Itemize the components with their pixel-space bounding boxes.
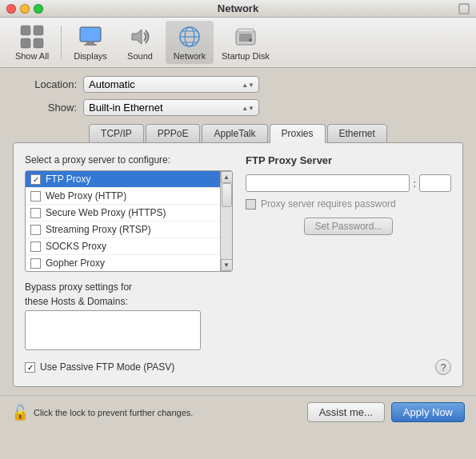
scroll-down-arrow[interactable]: ▼ xyxy=(221,259,233,271)
lock-text: Click the lock to prevent further change… xyxy=(34,408,193,417)
close-button[interactable] xyxy=(6,4,16,14)
show-select-wrapper[interactable]: Built-in Ethernet xyxy=(83,99,259,116)
tabs-bar: TCP/IP PPPoE AppleTalk Proxies Ethernet xyxy=(13,124,463,143)
lock-icon[interactable]: 🔓 xyxy=(11,404,29,421)
toolbar-network[interactable]: Network xyxy=(166,21,214,64)
proxy-label-gopher: Gopher Proxy xyxy=(46,257,105,269)
toolbar-sound[interactable]: Sound xyxy=(116,21,164,64)
tab-tcpip[interactable]: TCP/IP xyxy=(89,124,144,143)
maximize-button[interactable] xyxy=(34,4,43,14)
proxy-checkbox-streaming[interactable] xyxy=(30,225,41,235)
proxy-checkbox-secure-web[interactable] xyxy=(30,208,41,218)
proxy-label-web: Web Proxy (HTTP) xyxy=(46,190,126,202)
proxy-label-ftp: FTP Proxy xyxy=(46,174,90,185)
toolbar: Show All Displays Sound xyxy=(0,18,476,68)
svg-rect-16 xyxy=(238,29,254,32)
ftp-server-input[interactable] xyxy=(246,174,410,192)
bottom-buttons: Assist me... Apply Now xyxy=(307,402,465,422)
sound-label: Sound xyxy=(127,51,153,61)
show-row: Show: Built-in Ethernet xyxy=(13,99,463,116)
svg-rect-1 xyxy=(34,26,43,35)
passive-row: ✓ Use Passive FTP Mode (PASV) ? xyxy=(25,359,451,375)
toolbar-divider-1 xyxy=(61,26,62,59)
show-label: Show: xyxy=(13,102,77,114)
proxy-list: ✓ FTP Proxy Web Proxy (HTTP) Secure Web … xyxy=(26,171,220,271)
bypass-label-line2: these Hosts & Domains: xyxy=(25,296,451,307)
proxy-item-web[interactable]: Web Proxy (HTTP) xyxy=(26,188,220,205)
bypass-label-line1: Bypass proxy settings for xyxy=(25,281,451,293)
apply-now-button[interactable]: Apply Now xyxy=(391,402,465,422)
network-icon xyxy=(177,24,202,50)
assist-me-button[interactable]: Assist me... xyxy=(307,402,385,422)
proxy-label-secure-web: Secure Web Proxy (HTTPS) xyxy=(46,207,166,218)
toolbar-displays[interactable]: Displays xyxy=(66,21,114,64)
startup-disk-label: Startup Disk xyxy=(222,51,270,61)
ftp-section-title: FTP Proxy Server xyxy=(246,154,451,166)
svg-rect-0 xyxy=(21,26,30,35)
proxy-item-gopher[interactable]: Gopher Proxy xyxy=(26,255,220,271)
set-password-button[interactable]: Set Password... xyxy=(304,218,392,235)
proxy-checkbox-gopher[interactable] xyxy=(30,258,41,269)
proxy-checkbox-web[interactable] xyxy=(30,191,41,202)
window-title: Network xyxy=(218,2,258,14)
tab-pppoe[interactable]: PPPoE xyxy=(146,124,201,143)
scroll-thumb[interactable] xyxy=(222,183,232,207)
toolbar-startup-disk[interactable]: Startup Disk xyxy=(215,21,276,64)
proxy-checkbox-socks[interactable] xyxy=(30,241,41,252)
network-label: Network xyxy=(174,51,206,61)
startup-disk-icon xyxy=(233,24,258,50)
toolbar-show-all[interactable]: Show All xyxy=(8,21,56,64)
proxy-checkbox-ftp[interactable]: ✓ xyxy=(30,174,41,185)
traffic-lights xyxy=(6,4,43,14)
displays-icon xyxy=(78,24,103,50)
show-all-icon xyxy=(19,24,45,50)
minimize-button[interactable] xyxy=(20,4,30,14)
help-button[interactable]: ? xyxy=(435,359,451,375)
proxy-item-streaming[interactable]: Streaming Proxy (RTSP) xyxy=(26,222,220,238)
svg-rect-2 xyxy=(21,38,30,48)
passive-ftp-label: Use Passive FTP Mode (PASV) xyxy=(40,361,174,373)
svg-point-15 xyxy=(249,38,252,42)
svg-rect-3 xyxy=(34,38,43,48)
title-bar: Network xyxy=(0,0,476,18)
proxy-item-secure-web[interactable]: Secure Web Proxy (HTTPS) xyxy=(26,205,220,222)
panel-inner: Select a proxy server to configure: ✓ FT… xyxy=(25,154,451,272)
svg-rect-6 xyxy=(84,44,97,46)
scroll-up-arrow[interactable]: ▲ xyxy=(221,171,233,183)
location-select[interactable]: Automatic xyxy=(83,76,259,93)
bypass-input[interactable] xyxy=(25,310,201,350)
ftp-password-row: Proxy server requires password xyxy=(246,198,451,210)
scrollbar[interactable]: ▲ ▼ xyxy=(220,171,232,271)
proxy-item-ftp[interactable]: ✓ FTP Proxy xyxy=(26,171,220,188)
lock-area: 🔓 Click the lock to prevent further chan… xyxy=(11,404,307,421)
bottom-bar: 🔓 Click the lock to prevent further chan… xyxy=(0,395,476,429)
svg-rect-5 xyxy=(86,42,94,44)
panel: Select a proxy server to configure: ✓ FT… xyxy=(13,142,463,387)
tab-proxies[interactable]: Proxies xyxy=(270,124,326,143)
ftp-section: FTP Proxy Server : Proxy server requires… xyxy=(246,154,451,272)
svg-marker-7 xyxy=(132,30,142,44)
passive-ftp-checkbox[interactable]: ✓ xyxy=(25,362,35,373)
proxy-label-streaming: Streaming Proxy (RTSP) xyxy=(46,224,151,235)
proxy-list-title: Select a proxy server to configure: xyxy=(25,154,233,166)
resize-handle[interactable] xyxy=(458,3,470,14)
ftp-server-row: : xyxy=(246,174,451,192)
show-select[interactable]: Built-in Ethernet xyxy=(83,99,259,116)
ftp-port-input[interactable] xyxy=(419,174,451,192)
scroll-track xyxy=(221,183,232,259)
location-label: Location: xyxy=(13,78,77,90)
show-all-label: Show All xyxy=(15,51,49,61)
ftp-requires-password-label: Proxy server requires password xyxy=(261,198,396,210)
tab-appletalk[interactable]: AppleTalk xyxy=(202,124,267,143)
sound-icon xyxy=(127,24,153,50)
proxy-list-container: ✓ FTP Proxy Web Proxy (HTTP) Secure Web … xyxy=(25,170,233,272)
location-row: Location: Automatic xyxy=(13,76,463,93)
location-select-wrapper[interactable]: Automatic xyxy=(83,76,259,93)
main-content: Location: Automatic Show: Built-in Ether… xyxy=(0,68,476,395)
tab-ethernet[interactable]: Ethernet xyxy=(327,124,387,143)
proxy-item-socks[interactable]: SOCKS Proxy xyxy=(26,238,220,255)
svg-rect-4 xyxy=(80,27,101,42)
proxy-label-socks: SOCKS Proxy xyxy=(46,241,106,252)
ftp-requires-password-checkbox[interactable] xyxy=(246,199,256,210)
displays-label: Displays xyxy=(74,51,107,61)
